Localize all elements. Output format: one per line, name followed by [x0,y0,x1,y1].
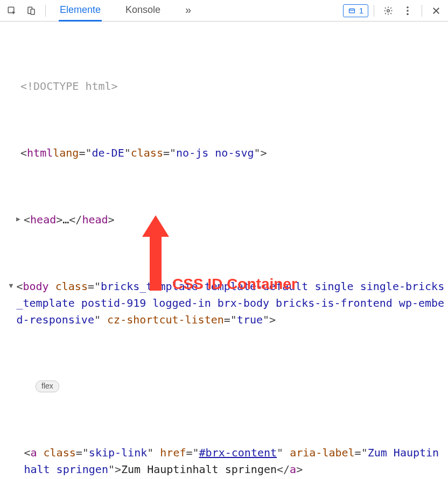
separator [374,5,374,17]
dom-node-doctype[interactable]: ▶<!DOCTYPE html> [0,78,448,95]
collapse-caret-icon[interactable]: ▼ [9,278,16,291]
devtools-toolbar: Elemente Konsole » 1 [0,0,448,22]
issues-count: 1 [359,6,363,15]
tabs-overflow-icon[interactable]: » [184,0,192,22]
annotation-arrow-icon [141,215,170,291]
inspect-icon[interactable] [3,2,20,19]
dom-node-a[interactable]: <a class="skip-link" href="#brx-content"… [0,445,448,478]
svg-point-6 [407,10,409,12]
expand-caret-icon[interactable]: ▶ [16,212,24,224]
gear-icon[interactable] [380,2,397,19]
svg-rect-3 [349,9,354,13]
tab-elements[interactable]: Elemente [59,0,102,22]
dom-node-head[interactable]: ▶<head>…</head> [0,212,448,228]
tab-console[interactable]: Konsole [124,0,162,22]
kebab-menu-icon[interactable] [399,2,416,19]
panel-tabs: Elemente Konsole » [59,0,192,22]
svg-point-7 [407,13,409,15]
separator [45,5,46,17]
flex-badge-row: flex [0,378,448,395]
dom-node-html-open[interactable]: ▶<html lang="de-DE" class="no-js no-svg"… [0,145,448,161]
close-icon[interactable] [428,2,445,19]
svg-rect-2 [31,9,34,15]
dom-node-body[interactable]: ▼<body class="bricks_template-template-d… [0,278,448,328]
svg-point-4 [387,9,390,12]
flex-badge[interactable]: flex [36,381,59,392]
dom-tree[interactable]: ▶<!DOCTYPE html> ▶<html lang="de-DE" cla… [0,22,448,479]
device-toggle-icon[interactable] [23,2,40,19]
issues-chip[interactable]: 1 [343,4,368,17]
separator [422,5,422,17]
svg-point-5 [407,6,409,8]
